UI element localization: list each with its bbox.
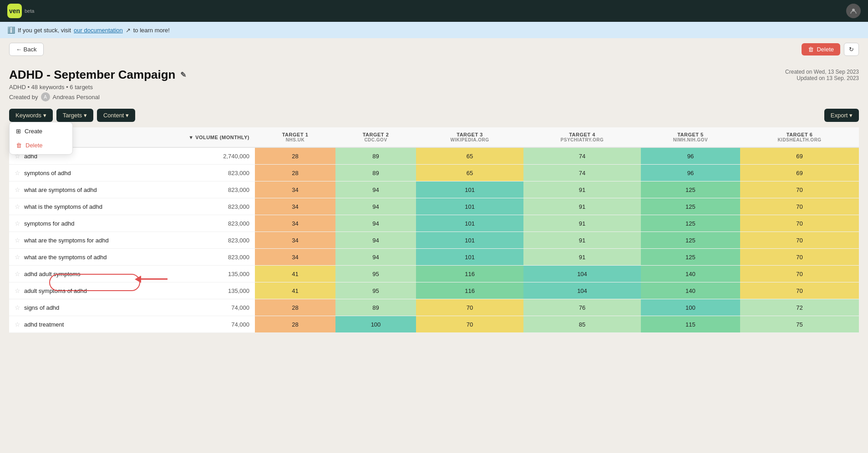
- table-row: ☆ adhd treatment 74,000 28 100 70 85 115…: [9, 316, 859, 333]
- author-avatar: A: [41, 92, 50, 101]
- keyword-cell: ☆ what are the symptoms for adhd: [9, 232, 182, 248]
- keyword-text: symptons of adhd: [24, 170, 71, 176]
- volume-cell: 823,000: [182, 165, 255, 181]
- keyword-text: adhd treatment: [24, 321, 64, 328]
- keyword-cell: ☆ what are symptoms of adhd: [9, 181, 182, 198]
- volume-cell: 2,740,000: [182, 147, 255, 165]
- beta-label: beta: [25, 8, 34, 14]
- target3-score: 65: [416, 165, 523, 181]
- delete-icon: 🗑: [16, 142, 22, 149]
- export-button[interactable]: Export ▾: [824, 109, 859, 122]
- filter-buttons: Keywords ▾ Targets ▾ Content ▾: [9, 109, 135, 122]
- target4-score: 74: [523, 147, 641, 165]
- star-icon[interactable]: ☆: [15, 270, 20, 277]
- target3-score: 101: [416, 249, 523, 266]
- target5-score: 140: [641, 282, 740, 299]
- table-row: ☆ adult symptoms of adhd 135,000 41 95 1…: [9, 282, 859, 299]
- target4-score: 104: [523, 282, 641, 299]
- content-filter-button[interactable]: Content ▾: [97, 109, 135, 122]
- target1-score: 34: [255, 198, 335, 215]
- table-row: ☆ symptons of adhd 823,000 28 89 65 74 9…: [9, 165, 859, 181]
- keyword-cell: ☆ what is the symptoms of adhd: [9, 198, 182, 215]
- table-row: ☆ symptoms for adhd 823,000 34 94 101 91…: [9, 215, 859, 232]
- target5-column-header: TARGET 5 NIMH.NIH.GOV: [641, 127, 740, 147]
- target6-score: 70: [740, 215, 859, 232]
- target5-score: 140: [641, 266, 740, 282]
- target4-score: 91: [523, 215, 641, 232]
- create-icon: ⊞: [16, 128, 21, 135]
- target2-score: 94: [335, 232, 416, 249]
- star-icon[interactable]: ☆: [15, 287, 20, 294]
- table-body: ☆ adhd 2,740,000 28 89 65 74 96 69 ☆ sym…: [9, 147, 859, 333]
- target1-score: 34: [255, 181, 335, 198]
- target4-score: 91: [523, 181, 641, 198]
- target6-score: 70: [740, 266, 859, 282]
- target4-score: 104: [523, 266, 641, 282]
- target3-score: 116: [416, 266, 523, 282]
- keyword-text: what are the symptoms of adhd: [24, 254, 107, 261]
- target3-score: 101: [416, 215, 523, 232]
- create-menu-item[interactable]: ⊞ Create: [10, 124, 72, 138]
- back-button[interactable]: ← Back: [9, 43, 44, 56]
- target3-score: 70: [416, 299, 523, 316]
- target5-score: 125: [641, 232, 740, 249]
- page-header: ADHD - September Campaign ✎ Created on W…: [0, 60, 868, 101]
- delete-button[interactable]: 🗑 Delete: [802, 43, 840, 55]
- top-nav: ven beta: [0, 0, 868, 22]
- star-icon[interactable]: ☆: [15, 321, 20, 328]
- delete-menu-item[interactable]: 🗑 Delete: [10, 138, 72, 152]
- keyword-text: adhd adult symptoms: [24, 271, 81, 277]
- target3-score: 101: [416, 198, 523, 215]
- keyword-cell: ☆ symptoms for adhd: [9, 215, 182, 232]
- targets-filter-button[interactable]: Targets ▾: [56, 109, 93, 122]
- volume-cell: 823,000: [182, 249, 255, 266]
- table-row: ☆ what is the symptoms of adhd 823,000 3…: [9, 198, 859, 215]
- keyword-text: adult symptoms of adhd: [24, 287, 87, 294]
- target1-score: 28: [255, 299, 335, 316]
- volume-column-header[interactable]: ▼ VOLUME (MONTHLY): [182, 127, 255, 147]
- star-icon[interactable]: ☆: [15, 220, 20, 227]
- external-link-icon: ↗: [126, 27, 131, 34]
- table-wrapper: CUSTOMER ▼ VOLUME (MONTHLY) TARGET 1 NHS…: [0, 127, 868, 333]
- table-header-row: CUSTOMER ▼ VOLUME (MONTHLY) TARGET 1 NHS…: [9, 127, 859, 147]
- table-row: ☆ what are the symptoms of adhd 823,000 …: [9, 249, 859, 266]
- edit-icon[interactable]: ✎: [180, 70, 186, 79]
- star-icon[interactable]: ☆: [15, 186, 20, 193]
- target4-score: 74: [523, 165, 641, 181]
- target4-score: 91: [523, 232, 641, 249]
- star-icon[interactable]: ☆: [15, 169, 20, 176]
- target2-score: 89: [335, 299, 416, 316]
- keyword-text: what are symptoms of adhd: [24, 186, 97, 193]
- target3-score: 101: [416, 181, 523, 198]
- star-icon[interactable]: ☆: [15, 304, 20, 311]
- refresh-button[interactable]: ↻: [844, 43, 859, 56]
- target2-score: 94: [335, 181, 416, 198]
- logo-icon: ven: [7, 4, 22, 18]
- created-by: Created by A Andreas Personal: [9, 92, 859, 101]
- target4-score: 76: [523, 299, 641, 316]
- table-row: ☆ signs of adhd 74,000 28 89 70 76 100 7…: [9, 299, 859, 316]
- target2-score: 94: [335, 249, 416, 266]
- star-icon[interactable]: ☆: [15, 237, 20, 244]
- target6-score: 70: [740, 198, 859, 215]
- toolbar-right: 🗑 Delete ↻: [802, 43, 859, 56]
- keyword-text: what is the symptoms of adhd: [24, 203, 102, 210]
- page-title: ADHD - September Campaign ✎: [9, 68, 186, 82]
- dropdown-menu: ⊞ Create 🗑 Delete: [9, 122, 73, 155]
- target1-score: 34: [255, 232, 335, 249]
- target2-column-header: TARGET 2 CDC.GOV: [335, 127, 416, 147]
- target2-score: 89: [335, 147, 416, 165]
- star-icon[interactable]: ☆: [15, 253, 20, 261]
- keywords-filter-button[interactable]: Keywords ▾: [9, 109, 53, 122]
- documentation-link[interactable]: our documentation: [74, 27, 123, 34]
- user-avatar[interactable]: [846, 4, 861, 18]
- target1-score: 41: [255, 282, 335, 299]
- volume-cell: 823,000: [182, 215, 255, 232]
- table-row: ☆ what are symptoms of adhd 823,000 34 9…: [9, 181, 859, 198]
- target5-score: 115: [641, 316, 740, 333]
- volume-cell: 135,000: [182, 282, 255, 299]
- target4-score: 91: [523, 198, 641, 215]
- target2-score: 89: [335, 165, 416, 181]
- star-icon[interactable]: ☆: [15, 203, 20, 210]
- table-row: ☆ what are the symptoms for adhd 823,000…: [9, 232, 859, 249]
